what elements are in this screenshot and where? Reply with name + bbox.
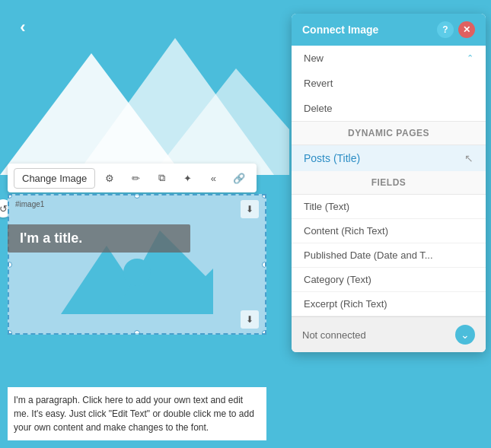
back-arrow[interactable]: ‹ — [9, 14, 37, 41]
prev-button[interactable]: « — [202, 167, 225, 189]
field-title[interactable]: Title (Text) — [292, 195, 486, 219]
handle-top-right[interactable] — [262, 194, 266, 199]
canvas-area: ‹ Change Image ⚙ ✏ ⧉ ✦ « 🔗 ↺ #image1 ⬇ ⬇ — [0, 0, 289, 448]
crop-button[interactable]: ⧉ — [150, 167, 173, 189]
fields-header: Fields — [292, 171, 486, 195]
handle-bottom-center[interactable] — [134, 330, 140, 335]
download-top-icon[interactable]: ⬇ — [241, 200, 259, 218]
delete-label: Delete — [304, 103, 333, 114]
paragraph-text: I'm a paragraph. Click here to add your … — [14, 395, 254, 433]
handle-middle-right[interactable] — [262, 262, 266, 268]
title-overlay: I'm a title. — [8, 224, 190, 253]
handle-top-center[interactable] — [134, 194, 140, 199]
toolbar: Change Image ⚙ ✏ ⧉ ✦ « 🔗 — [8, 164, 257, 192]
panel-title: Connect Image — [302, 24, 378, 36]
field-category[interactable]: Category (Text) — [292, 268, 486, 292]
panel-footer: Not connected ⌄ — [292, 316, 486, 352]
settings-button[interactable]: ⚙ — [98, 167, 121, 189]
change-image-button[interactable]: Change Image — [14, 168, 95, 189]
handle-bottom-right[interactable] — [262, 330, 266, 335]
handle-top-left[interactable] — [8, 194, 12, 199]
cursor-icon: ↖ — [464, 152, 473, 164]
new-label: New — [304, 52, 324, 64]
delete-menu-item[interactable]: Delete — [292, 96, 486, 121]
panel-header-icons: ? ✕ — [437, 21, 475, 38]
panel-header: Connect Image ? ✕ — [292, 14, 486, 46]
revert-menu-item[interactable]: Revert — [292, 71, 486, 96]
posts-title-label: Posts (Title) — [304, 152, 360, 164]
posts-title-item[interactable]: Posts (Title) ↖ — [292, 145, 486, 171]
link-button[interactable]: 🔗 — [228, 167, 250, 189]
edit-button[interactable]: ✏ — [124, 167, 147, 189]
dynamic-pages-header: Dynamic Pages — [292, 122, 486, 145]
handle-bottom-left[interactable] — [8, 330, 12, 335]
revert-label: Revert — [304, 78, 333, 89]
field-content[interactable]: Content (Rich Text) — [292, 219, 486, 243]
image-label: #image1 — [15, 200, 44, 208]
handle-middle-left[interactable] — [8, 262, 12, 268]
mountain-background — [0, 23, 289, 175]
chevron-up-icon: ⌃ — [467, 53, 473, 63]
chevron-down-icon: ⌄ — [461, 329, 470, 341]
svg-point-7 — [123, 259, 151, 286]
paragraph-area: I'm a paragraph. Click here to add your … — [8, 387, 266, 440]
close-button[interactable]: ✕ — [458, 21, 475, 38]
menu-section: New ⌃ Revert Delete — [292, 46, 486, 122]
field-excerpt[interactable]: Excerpt (Rich Text) — [292, 292, 486, 316]
effects-button[interactable]: ✦ — [176, 167, 199, 189]
image-frame[interactable]: #image1 ⬇ ⬇ — [8, 194, 266, 335]
help-button[interactable]: ? — [437, 21, 454, 38]
not-connected-text: Not connected — [302, 329, 366, 341]
connect-image-panel: Connect Image ? ✕ New ⌃ Revert Delete Dy… — [292, 14, 486, 352]
field-published-date[interactable]: Published Date (Date and T... — [292, 243, 486, 268]
expand-button[interactable]: ⌄ — [455, 325, 475, 345]
new-menu-item[interactable]: New ⌃ — [292, 46, 486, 71]
download-bottom-icon[interactable]: ⬇ — [241, 310, 259, 329]
